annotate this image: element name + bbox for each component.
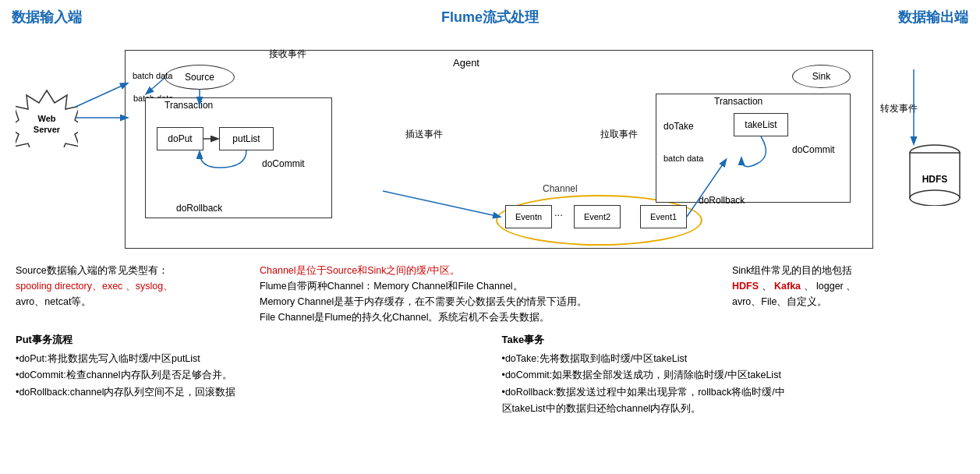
diagram-area: Web Server Agent Source batch data Trans…: [12, 30, 968, 256]
sink-title: Sink组件常见的目的地包括: [732, 263, 961, 278]
page-container: 数据输入端 Flume流式处理 数据输出端 Web Server Agent S…: [0, 0, 980, 474]
bottom-col-left: Source数据输入端的常见类型有： spooling directory、ex…: [12, 263, 252, 325]
docommit-left: doCommit: [262, 158, 305, 169]
channel-line2: Memory Channel是基于内存缓存，在不需要关心数据丢失的情景下适用。: [260, 294, 716, 310]
receive-event-label: 接收事件: [269, 48, 306, 61]
dorollback-left: doRollback: [176, 203, 222, 214]
event-1-box: Event1: [640, 205, 687, 228]
transaction-label-right: Transaction: [714, 96, 762, 107]
take-line1: •doTake:先将数据取到临时缓/中区takeList: [502, 351, 965, 367]
sink-to-hdfs-arrow: [875, 30, 968, 249]
docommit-right: doCommit: [792, 144, 835, 155]
dotake-label: doTake: [663, 121, 694, 132]
svg-point-10: [910, 190, 960, 206]
batch-data-right: batch data: [663, 154, 703, 163]
event-dots: ...: [554, 207, 563, 218]
take-line2: •doCommit:如果数据全部发送成功，则清除临时缓/中区takeList: [502, 367, 965, 384]
event-2-box: Event2: [574, 205, 621, 228]
web-server-starburst: Web Server: [16, 89, 78, 147]
title-right: 数据输出端: [898, 8, 968, 27]
svg-text:HDFS: HDFS: [922, 174, 948, 185]
channel-line0-red: Channel是位于Source和Sink之间的缓/中区。: [260, 265, 460, 276]
put-col: Put事务流程 •doPut:将批数据先写入临时缓/中区putList •doC…: [12, 331, 483, 417]
insert-event-label: 插送事件: [405, 128, 443, 141]
put-line3: •doRollback:channel内存队列空间不足，回滚数据: [16, 384, 479, 401]
source-oval: Source: [165, 65, 235, 90]
svg-text:Web: Web: [37, 114, 55, 123]
take-col: Take事务 •doTake:先将数据取到临时缓/中区takeList •doC…: [498, 331, 969, 417]
putlist-box: putList: [219, 127, 274, 150]
batch-data-outside: batch data: [133, 71, 172, 80]
sink-line1: HDFS 、 Kafka 、 logger 、: [732, 278, 961, 294]
take-line3: •doRollback:数据发送过程中如果出现异常，rollback将临时缓/中…: [502, 384, 965, 418]
dorollback-right: doRollback: [699, 195, 745, 206]
event-n-box: Eventn: [505, 205, 552, 228]
pull-event-label: 拉取事件: [600, 128, 638, 141]
hdfs-cylinder: HDFS: [907, 143, 962, 206]
flume-main-box: Agent Source batch data Transaction doPu…: [125, 50, 873, 249]
svg-line-6: [383, 191, 500, 217]
svg-line-7: [147, 78, 165, 94]
forward-event-label: 转发事件: [880, 102, 918, 115]
hdfs-link: HDFS: [732, 281, 759, 292]
source-line1-red: spooling directory、exec 、syslog、: [16, 281, 173, 292]
doput-label: doPut: [168, 133, 192, 144]
source-line1: spooling directory、exec 、syslog、: [16, 278, 244, 294]
channel-label: Channel: [543, 183, 578, 194]
doput-box: doPut: [157, 127, 203, 150]
channel-line3: File Channel是Flume的持久化Channel。系统宕机不会丢失数据…: [260, 310, 716, 325]
put-line2: •doCommit:检查channel内存队列是否足够合并。: [16, 367, 479, 384]
sink-label: Sink: [812, 71, 830, 82]
title-center: Flume流式处理: [82, 8, 898, 27]
bottom-col-right: Sink组件常见的目的地包括 HDFS 、 Kafka 、 logger 、 a…: [724, 263, 968, 325]
svg-text:Server: Server: [34, 125, 61, 134]
sink-oval: Sink: [792, 65, 851, 88]
bottom-col-center: Channel是位于Source和Sink之间的缓/中区。 Flume自带两种C…: [252, 263, 724, 325]
channel-line1: Flume自带两种Channel：Memory Channel和File Cha…: [260, 278, 716, 294]
top-titles: 数据输入端 Flume流式处理 数据输出端: [12, 8, 968, 27]
put-take-section: Put事务流程 •doPut:将批数据先写入临时缓/中区putList •doC…: [12, 331, 968, 417]
put-line1: •doPut:将批数据先写入临时缓/中区putList: [16, 351, 479, 367]
sink-line2: avro、File、自定义。: [732, 294, 961, 310]
take-title: Take事务: [502, 331, 965, 348]
put-title: Put事务流程: [16, 331, 479, 348]
bottom-section: Source数据输入端的常见类型有： spooling directory、ex…: [12, 263, 968, 325]
transaction-label-left: Transaction: [165, 100, 213, 111]
source-title: Source数据输入端的常见类型有：: [16, 263, 244, 278]
source-label: Source: [185, 72, 214, 83]
source-line2: avro、netcat等。: [16, 294, 244, 310]
svg-line-13: [76, 83, 127, 107]
takelist-box: takeList: [734, 113, 788, 136]
putlist-label: putList: [232, 133, 260, 144]
agent-label: Agent: [453, 57, 479, 69]
kafka-link: Kafka: [774, 281, 801, 292]
title-left: 数据输入端: [12, 8, 82, 27]
channel-line0: Channel是位于Source和Sink之间的缓/中区。: [260, 263, 716, 278]
